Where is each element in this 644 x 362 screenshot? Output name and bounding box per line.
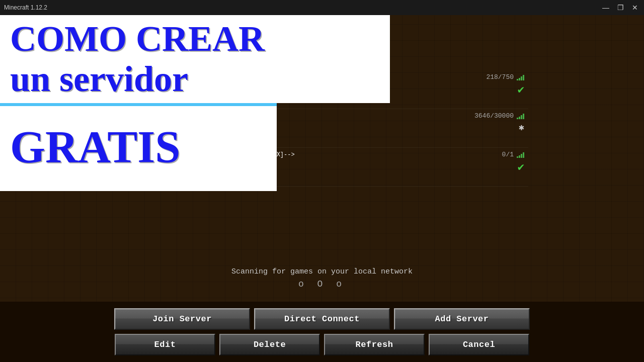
scanning-dots: o O o: [0, 279, 644, 289]
ping-indicator: [517, 152, 524, 158]
close-button[interactable]: ✕: [630, 4, 640, 12]
window-title: Minecraft 1.12.2: [4, 4, 47, 11]
scanning-text: Scanning for games on your local network: [0, 267, 644, 276]
overlay-subtitle: GRATIS: [10, 121, 180, 173]
ping-indicator: [517, 113, 524, 119]
overlay-title: COMO CREAR un servidor: [10, 19, 265, 99]
overlay-top-panel: COMO CREAR un servidor: [0, 15, 390, 103]
server-meta: 218/750 ✔: [464, 73, 524, 97]
server-meta: 3646/30000 ✱: [464, 112, 524, 133]
delete-button[interactable]: Delete: [219, 334, 320, 355]
server-status-check: ✔: [518, 160, 524, 174]
server-players: 3646/30000: [474, 112, 514, 120]
maximize-button[interactable]: ❐: [615, 4, 626, 12]
server-players: 218/750: [486, 73, 514, 81]
direct-connect-button[interactable]: Direct Connect: [254, 308, 390, 330]
overlay-bottom-panel: GRATIS: [0, 103, 277, 191]
refresh-button[interactable]: Refresh: [324, 334, 425, 355]
server-status-check: ✔: [518, 83, 524, 97]
ping-indicator: [517, 74, 524, 80]
button-row-primary: Join Server Direct Connect Add Server: [114, 308, 530, 330]
tutorial-overlay: COMO CREAR un servidor GRATIS: [0, 15, 390, 196]
window-controls: — ❐ ✕: [600, 4, 640, 12]
overlay-bottom-row: GRATIS: [0, 103, 390, 191]
edit-button[interactable]: Edit: [115, 334, 215, 355]
server-status-snowflake: ✱: [519, 122, 524, 133]
add-server-button[interactable]: Add Server: [394, 308, 530, 330]
bottom-button-area: Join Server Direct Connect Add Server Ed…: [0, 302, 644, 362]
title-bar: Minecraft 1.12.2 — ❐ ✕: [0, 0, 644, 15]
button-row-secondary: Edit Delete Refresh Cancel: [115, 334, 529, 355]
server-meta: 0/1 ✔: [464, 151, 524, 174]
minimize-button[interactable]: —: [600, 4, 611, 12]
server-players: 0/1: [502, 151, 514, 158]
cancel-button[interactable]: Cancel: [429, 334, 529, 355]
join-server-button[interactable]: Join Server: [114, 308, 250, 330]
scanning-area: Scanning for games on your local network…: [0, 267, 644, 289]
